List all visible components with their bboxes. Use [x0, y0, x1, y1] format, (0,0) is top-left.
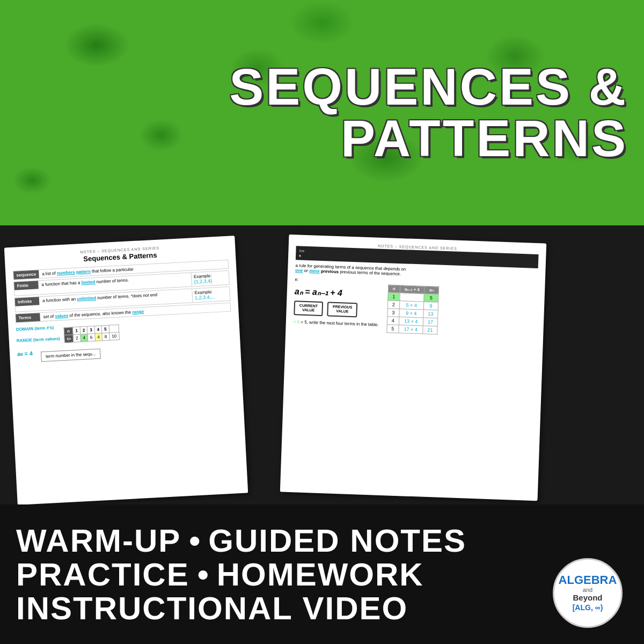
formula-section: e: aₙ = aₙ₋₁ + 4 CURRENTVALUE PREVIOUSVA…	[293, 277, 537, 338]
value-boxes: CURRENTVALUE PREVIOUSVALUE	[294, 301, 379, 318]
finite-label: Finite	[14, 281, 39, 290]
table-row: 5 17 + 4 21	[387, 325, 438, 334]
previous-text-label: previous	[321, 269, 340, 274]
recursive-table: n aₙ₋₁ + 4 aₙ 1 5 2 5 + 4 9	[386, 284, 439, 334]
practice-label: PRACTICE	[16, 558, 189, 591]
dot-2: •	[197, 558, 209, 591]
bottom-row-2: PRACTICE • HOMEWORK	[16, 558, 628, 591]
col-result-header: aₙ	[424, 286, 438, 294]
a9-label: a₉ = 4	[17, 350, 33, 357]
main-container: SEQUENCES & PATTERNS NOTES – SEQUENCES A…	[0, 0, 644, 644]
logo-beyond: Beyond	[573, 594, 602, 602]
more-word: more	[309, 268, 320, 274]
guided-notes-label: GUIDED NOTES	[208, 524, 466, 558]
infinite-word: unlimited	[77, 296, 96, 302]
sequence-word2: pattern	[76, 269, 91, 274]
annotation-box: term number in the sequ...	[41, 348, 101, 362]
bottom-row-3: INSTRUCTIONAL VIDEO	[16, 591, 628, 625]
example-label: e:	[295, 277, 380, 285]
logo-algebra: ALGEBRA	[559, 574, 617, 586]
current-value-box: CURRENTVALUE	[294, 301, 323, 316]
bottom-section: WARM-UP • GUIDED NOTES PRACTICE • HOMEWO…	[0, 504, 644, 644]
range-label: RANGE (term values)	[17, 336, 60, 343]
logo-bracket: [ALG, ∞)	[573, 603, 603, 612]
given-text: = 5 = 5, write the next four terms in th…	[294, 319, 379, 327]
sequence-table: n 1 2 3 4 5 cₙ 2 4 6 4 8	[64, 325, 120, 343]
bottom-row-1: WARM-UP • GUIDED NOTES	[16, 524, 628, 558]
worksheet-right: NOTES – SEQUENCES AND SERIES ive s a rul…	[280, 235, 546, 501]
one-word: one	[295, 268, 303, 273]
title-line2: PATTERNS	[229, 113, 628, 164]
homework-label: HOMEWORK	[217, 558, 424, 591]
worksheet-left: NOTES – SEQUENCES AND SERIES Sequences &…	[4, 236, 248, 504]
labels-col: DOMAIN (term #'s) RANGE (term values)	[16, 325, 60, 343]
domain-label: DOMAIN (term #'s)	[16, 325, 60, 332]
terms-label: Terms	[16, 313, 40, 322]
previous-value-box: PREVIOUSVALUE	[327, 302, 357, 317]
title-block: SEQUENCES & PATTERNS	[229, 61, 628, 164]
terms-word2: range	[132, 309, 144, 314]
formula-display: aₙ = aₙ₋₁ + 4	[295, 286, 380, 299]
infinite-example: Example: 1,2,3,4,...	[192, 287, 230, 303]
col-formula-header: aₙ₋₁ + 4	[400, 286, 424, 294]
formula-col: e: aₙ = aₙ₋₁ + 4 CURRENTVALUE PREVIOUSVA…	[293, 277, 380, 332]
current-value-label: CURRENTVALUE	[299, 304, 318, 313]
title-line1: SEQUENCES &	[229, 61, 628, 113]
annotation-text: term number in the sequ...	[46, 352, 96, 359]
warmup-label: WARM-UP	[16, 524, 181, 558]
top-section: SEQUENCES & PATTERNS	[0, 0, 644, 225]
finite-example: Example: {1,2,3,4}	[191, 271, 229, 287]
dot-1: •	[189, 524, 200, 558]
sequence-word1: numbers	[57, 270, 75, 276]
col-n-header: n	[388, 285, 400, 293]
sequence-label: sequence	[13, 270, 39, 279]
right-table-col: n aₙ₋₁ + 4 aₙ 1 5 2 5 + 4 9	[386, 280, 439, 334]
middle-section: NOTES – SEQUENCES AND SERIES Sequences &…	[0, 225, 644, 504]
logo-and: and	[583, 586, 592, 594]
video-label: INSTRUCTIONAL VIDEO	[16, 591, 408, 625]
infinite-label: Infinite	[15, 297, 40, 306]
previous-value-label: PREVIOUSVALUE	[333, 305, 353, 314]
logo-circle: ALGEBRA and Beyond [ALG, ∞)	[553, 558, 623, 628]
terms-word: values	[55, 313, 68, 319]
finite-word: limited	[81, 280, 95, 285]
